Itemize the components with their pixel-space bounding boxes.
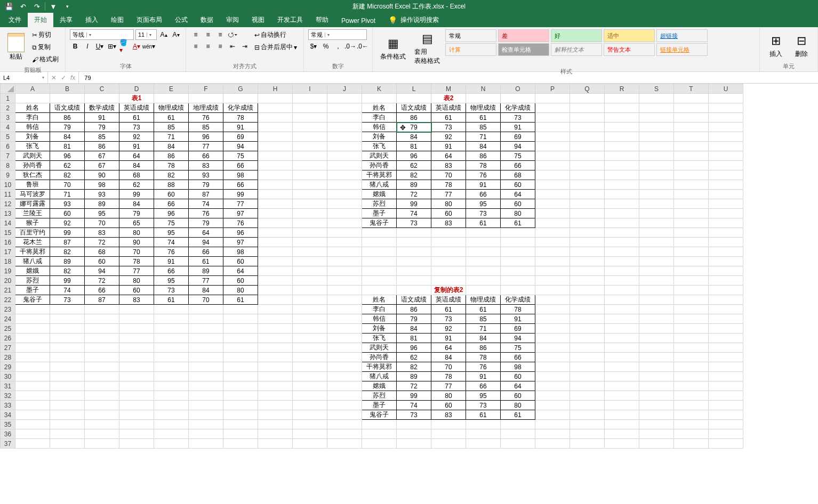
cell-I20[interactable] [293,276,327,286]
cell-H37[interactable] [258,439,293,449]
cell-O24[interactable]: 91 [501,314,535,324]
cell-L4[interactable]: ✥79 [397,123,431,132]
row-header-31[interactable]: 31 [1,381,15,391]
cell-A25[interactable] [15,324,50,334]
cell-R34[interactable] [605,410,639,420]
col-header-M[interactable]: M [431,84,466,94]
cell-H31[interactable] [258,381,293,391]
cell-T3[interactable] [674,113,709,123]
cell-M23[interactable]: 61 [431,305,466,314]
cell-K37[interactable] [362,439,397,449]
cell-K22[interactable]: 姓名 [362,295,397,305]
cell-B16[interactable]: 87 [50,238,85,247]
cell-D37[interactable] [119,439,154,449]
cell-C14[interactable]: 70 [85,218,119,228]
cell-L26[interactable]: 81 [397,334,431,343]
undo-icon[interactable]: ↶ [17,1,29,12]
cell-G11[interactable]: 99 [223,190,258,199]
cell-Q6[interactable] [570,142,605,151]
col-header-L[interactable]: L [397,84,431,94]
cell-F32[interactable] [189,391,223,401]
cell-J12[interactable] [327,199,362,209]
cell-C33[interactable] [85,401,119,410]
cell-C11[interactable]: 93 [85,190,119,199]
cell-Q4[interactable] [570,123,605,132]
cell-I33[interactable] [293,401,327,410]
cell-J3[interactable] [327,113,362,123]
cell-D31[interactable] [119,381,154,391]
cell-J24[interactable] [327,314,362,324]
cell-E3[interactable]: 61 [154,113,189,123]
cell-M33[interactable]: 60 [431,401,466,410]
cell-F6[interactable]: 77 [189,142,223,151]
cell-J11[interactable] [327,190,362,199]
tell-me-search[interactable]: 💡 操作说明搜索 [382,13,445,27]
cell-I10[interactable] [293,180,327,190]
cell-N3[interactable]: 61 [466,113,501,123]
cell-U22[interactable] [709,295,743,305]
cell-K5[interactable]: 刘备 [362,132,397,142]
col-header-J[interactable]: J [327,84,362,94]
spreadsheet-grid[interactable]: ABCDEFGHIJKLMNOPQRSTU1表1表22姓名语文成绩数学成绩英语成… [0,84,818,504]
cell-L33[interactable]: 74 [397,401,431,410]
enter-icon[interactable]: ✓ [61,74,66,82]
cell-F22[interactable]: 70 [189,295,223,305]
font-family-combo[interactable]: 等线▾ [70,29,134,40]
row-header-33[interactable]: 33 [1,401,15,410]
col-header-H[interactable]: H [258,84,293,94]
number-format-combo[interactable]: 常规▾ [308,29,367,40]
cell-P35[interactable] [535,420,570,429]
cell-L21[interactable] [397,286,431,295]
cell-A19[interactable]: 嫦娥 [15,266,50,276]
cell-G31[interactable] [223,381,258,391]
cell-L34[interactable]: 73 [397,410,431,420]
cell-O36[interactable] [501,429,535,439]
cell-O23[interactable]: 78 [501,305,535,314]
style-explain[interactable]: 解释性文本 [551,43,602,56]
cell-S10[interactable] [639,180,674,190]
cell-B32[interactable] [50,391,85,401]
cell-O7[interactable]: 75 [501,151,535,161]
cell-E18[interactable]: 91 [154,257,189,266]
cell-L16[interactable] [397,238,431,247]
cell-B25[interactable] [50,324,85,334]
row-header-9[interactable]: 9 [1,170,15,180]
cell-Q29[interactable] [570,362,605,372]
cell-P29[interactable] [535,362,570,372]
cell-C6[interactable]: 86 [85,142,119,151]
cell-G19[interactable]: 64 [223,266,258,276]
cell-E30[interactable] [154,372,189,381]
cell-T34[interactable] [674,410,709,420]
wrap-text-button[interactable]: ↩ 自动换行 [252,29,299,40]
col-header-E[interactable]: E [154,84,189,94]
cell-I2[interactable] [293,103,327,113]
align-bottom-icon[interactable]: ≡ [215,29,226,40]
cell-H12[interactable] [258,199,293,209]
cell-U13[interactable] [709,209,743,218]
cell-G28[interactable] [223,353,258,362]
cell-C23[interactable] [85,305,119,314]
phonetic-icon[interactable]: wén▾ [143,41,154,52]
cell-J22[interactable] [327,295,362,305]
paste-button[interactable]: 粘贴 [4,29,28,65]
cell-B34[interactable] [50,410,85,420]
cell-Q35[interactable] [570,420,605,429]
cell-F5[interactable]: 96 [189,132,223,142]
cell-L2[interactable]: 语文成绩 [397,103,431,113]
row-header-23[interactable]: 23 [1,305,15,314]
cell-F16[interactable]: 94 [189,238,223,247]
cell-N7[interactable]: 86 [466,151,501,161]
cell-P28[interactable] [535,353,570,362]
cell-T37[interactable] [674,439,709,449]
cell-C9[interactable]: 90 [85,170,119,180]
cell-N14[interactable]: 61 [466,218,501,228]
cell-I25[interactable] [293,324,327,334]
cell-E6[interactable]: 84 [154,142,189,151]
cell-S34[interactable] [639,410,674,420]
cell-N29[interactable]: 76 [466,362,501,372]
cell-F8[interactable]: 83 [189,161,223,170]
cell-O2[interactable]: 化学成绩 [501,103,535,113]
cell-Q31[interactable] [570,381,605,391]
col-header-O[interactable]: O [501,84,535,94]
cell-K20[interactable] [362,276,397,286]
